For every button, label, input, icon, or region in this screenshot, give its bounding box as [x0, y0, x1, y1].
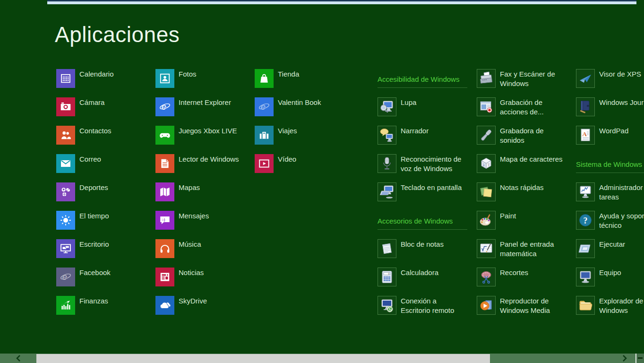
chevron-right-icon	[622, 355, 627, 362]
reader-icon	[155, 154, 174, 173]
app-calendario[interactable]: Calendario	[56, 69, 155, 88]
app-label: Conexión a Escritorio remoto	[401, 296, 472, 315]
app-grabadora-de-sonidos[interactable]: Grabadora de sonidos	[477, 126, 576, 145]
app-internet-explorer[interactable]: eInternet Explorer	[155, 97, 255, 116]
microphone-icon	[378, 154, 396, 173]
app-camara[interactable]: Cámara	[56, 97, 155, 116]
chevron-left-icon	[16, 355, 21, 362]
svg-text:λ: λ	[483, 163, 485, 167]
app-viajes[interactable]: Viajes	[255, 126, 354, 145]
remote-desktop-icon	[378, 296, 396, 315]
app-wordpad[interactable]: AWordPad	[576, 126, 644, 145]
app-fax-y-escaner-de-windows[interactable]: Fax y Escáner de Windows	[477, 69, 576, 88]
finance-chart-icon	[56, 296, 75, 315]
app-label: Vídeo	[278, 154, 350, 173]
app-video[interactable]: Vídeo	[255, 154, 354, 173]
semantic-zoom-out-button[interactable]	[636, 354, 644, 363]
app-finanzas[interactable]: Finanzas	[56, 296, 155, 315]
group-header-underline	[378, 229, 467, 230]
app-mapas[interactable]: Mapas	[155, 182, 255, 201]
app-musica[interactable]: Música	[155, 239, 255, 258]
computer-icon	[576, 268, 595, 286]
app-label: El tiempo	[79, 211, 151, 230]
app-label: Teclado en pantalla	[401, 182, 472, 201]
app-lector-de-windows[interactable]: Lector de Windows	[155, 154, 255, 173]
paint-icon	[477, 211, 496, 230]
app-conexion-a-escritorio-remoto[interactable]: Conexión a Escritorio remoto	[378, 296, 477, 315]
app-label: Reconocimiento de voz de Windows	[401, 154, 472, 173]
message-icon: :-)	[155, 211, 174, 230]
app-teclado-en-pantalla[interactable]: Teclado en pantalla	[378, 182, 477, 201]
svg-text:A: A	[583, 130, 587, 138]
horizontal-scrollbar[interactable]	[0, 354, 644, 363]
camera-icon	[56, 97, 75, 116]
app-skydrive[interactable]: SkyDrive	[155, 296, 255, 315]
group-header-label: Sistema de Windows	[576, 160, 644, 168]
app-label: Reproductor de Windows Media	[500, 296, 572, 315]
svg-text:?: ?	[584, 216, 588, 225]
sticky-notes-icon	[477, 182, 496, 201]
app-label: Deportes	[79, 182, 151, 201]
app-calculadora[interactable]: 8Calculadora	[378, 268, 477, 286]
help-icon: ?	[576, 211, 595, 230]
app-deportes[interactable]: Deportes	[56, 182, 155, 201]
magnifier-monitor-icon	[378, 97, 396, 116]
app-label: Recortes	[500, 268, 572, 286]
svg-text::-): :-)	[162, 218, 165, 222]
scrollbar-thumb[interactable]	[36, 354, 490, 363]
app-facebook[interactable]: eFacebook	[56, 268, 155, 286]
app-el-tiempo[interactable]: El tiempo	[56, 211, 155, 230]
app-grabacion-de-acciones-de[interactable]: Grabación de acciones de...	[477, 97, 576, 117]
app-label: Lector de Windows	[179, 154, 250, 173]
app-contactos[interactable]: Contactos	[56, 126, 155, 145]
app-column-5: Fax y Escáner de WindowsGrabación de acc…	[477, 0, 576, 363]
notepad-icon	[378, 239, 396, 258]
app-recortes[interactable]: Recortes	[477, 268, 576, 286]
task-manager-icon	[576, 182, 595, 201]
apps-screen: Aplicaciones CalendarioCámaraContactosCo…	[0, 0, 644, 363]
mail-icon	[56, 154, 75, 173]
app-equipo[interactable]: Equipo	[576, 268, 644, 286]
app-bloc-de-notas[interactable]: Bloc de notas	[378, 239, 477, 258]
app-tienda[interactable]: Tienda	[255, 69, 354, 88]
app-panel-de-entrada-matematica[interactable]: Panel de entrada matemática	[477, 239, 576, 259]
minus-icon	[638, 357, 643, 359]
app-notas-rapidas[interactable]: Notas rápidas	[477, 182, 576, 201]
app-label: Paint	[500, 211, 572, 230]
ie-faded-icon: e	[255, 97, 274, 116]
app-reconocimiento-de-voz-de-windows[interactable]: Reconocimiento de voz de Windows	[378, 154, 477, 173]
scroll-left-button[interactable]	[0, 354, 36, 363]
steps-recorder-icon	[477, 97, 496, 116]
map-icon	[155, 182, 174, 201]
app-reproductor-de-windows-media[interactable]: Reproductor de Windows Media	[477, 296, 576, 315]
app-mapa-de-caracteres[interactable]: λTMapa de caracteres	[477, 154, 576, 173]
people-icon	[56, 126, 75, 145]
character-map-icon: λT	[477, 154, 496, 173]
app-ejecutar[interactable]: Ejecutar	[576, 239, 644, 258]
app-explorador-de-windows[interactable]: Explorador de Windows	[576, 296, 644, 315]
app-valentin-book[interactable]: eValentin Book	[255, 97, 354, 116]
sun-icon	[56, 211, 75, 230]
app-visor-de-xps[interactable]: Visor de XPS	[576, 69, 644, 88]
app-column-6: Visor de XPSWindows JournalAWordPadSiste…	[576, 0, 644, 363]
app-noticias[interactable]: Noticias	[155, 268, 255, 286]
app-column-1: CalendarioCámaraContactosCorreoDeportesE…	[56, 0, 155, 363]
app-narrador[interactable]: Narrador	[378, 126, 477, 145]
scroll-right-button[interactable]	[618, 354, 631, 363]
svg-text:8: 8	[388, 273, 390, 275]
ie-icon: e	[155, 97, 174, 116]
app-juegos-xbox-live[interactable]: Juegos Xbox LIVE	[155, 126, 255, 145]
app-correo[interactable]: Correo	[56, 154, 155, 173]
app-administrador-de-tareas[interactable]: Administrador de tareas	[576, 182, 644, 202]
app-mensajes[interactable]: :-)Mensajes	[155, 211, 255, 230]
app-windows-journal[interactable]: Windows Journal	[576, 97, 644, 116]
xps-viewer-icon	[576, 69, 595, 88]
app-fotos[interactable]: Fotos	[155, 69, 255, 88]
app-escritorio[interactable]: Escritorio	[56, 239, 155, 258]
app-lupa[interactable]: Lupa	[378, 97, 477, 116]
svg-text:e: e	[261, 102, 266, 112]
app-paint[interactable]: Paint	[477, 211, 576, 230]
app-label: Calendario	[79, 69, 151, 88]
app-ayuda-y-soporte-tecnico[interactable]: ?Ayuda y soporte técnico	[576, 211, 644, 230]
app-label: Viajes	[278, 126, 350, 145]
